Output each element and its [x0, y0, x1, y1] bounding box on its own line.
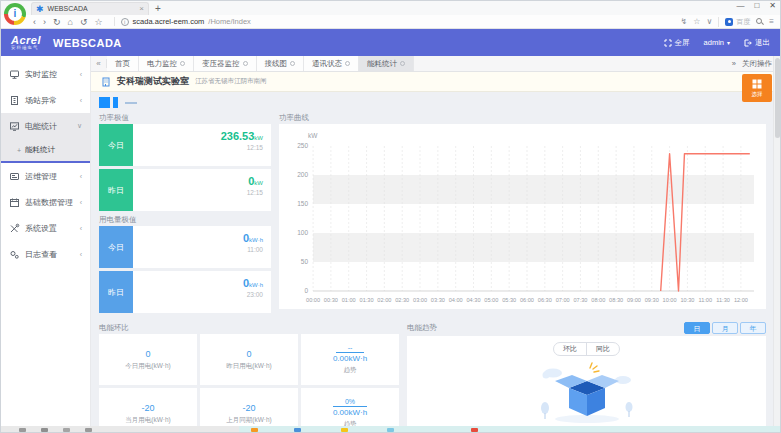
chevron-left-icon: ‹	[80, 173, 82, 180]
collapse-tabs-icon[interactable]: «	[91, 59, 107, 68]
back-icon[interactable]: ‹	[33, 17, 36, 27]
browser-tab[interactable]: ✱ WEBSCADA ×	[31, 2, 149, 15]
window-close-button[interactable]: ✕	[769, 1, 776, 10]
ratio-cell-today: 0 今日用电(kW·h)	[99, 334, 197, 385]
page-tab-bar: « 首页 电力监控 变压器监控 接线图 通讯状态 能耗统计 » 关闭操作	[91, 56, 780, 72]
dash-mark	[125, 102, 137, 104]
svg-text:kW: kW	[308, 132, 318, 139]
sidebar-item-log-view[interactable]: 日志查看‹	[1, 241, 90, 267]
search-icon[interactable]	[756, 18, 763, 25]
tab-comm-status[interactable]: 通讯状态	[304, 56, 359, 71]
svg-text:200: 200	[297, 171, 308, 178]
grid-icon	[752, 79, 762, 89]
window-minimize-button[interactable]: —	[736, 1, 744, 10]
blue-square-icon[interactable]	[99, 97, 110, 108]
energy-trend-title: 电能趋势	[407, 322, 437, 334]
power-extreme-yesterday-card: 昨日 0kW 12:15	[99, 169, 271, 211]
station-select-button[interactable]: 选择	[742, 74, 772, 102]
tab-wiring-diagram[interactable]: 接线图	[257, 56, 305, 71]
tab-close-icon[interactable]	[180, 61, 185, 66]
download-bolt-icon[interactable]: ↯	[681, 17, 688, 26]
range-month-button[interactable]: 月	[712, 322, 738, 334]
chevron-left-icon: ‹	[80, 199, 82, 206]
svg-text:04:30: 04:30	[467, 297, 481, 303]
tab-power-monitor[interactable]: 电力监控	[139, 56, 194, 71]
legend-year-ratio[interactable]: 同比	[586, 343, 619, 355]
user-menu[interactable]: admin▾	[704, 38, 730, 47]
search-box[interactable]: 百度	[718, 17, 750, 27]
window-maximize-button[interactable]: □	[754, 1, 759, 10]
legend-ring-ratio[interactable]: 环比	[554, 343, 586, 355]
range-day-button[interactable]: 日	[684, 322, 710, 334]
address-bar[interactable]: i scada.acrel-eem.com /Home/Index	[114, 17, 674, 26]
forward-icon[interactable]: ›	[43, 17, 46, 27]
logout-button[interactable]: 退出	[744, 38, 770, 48]
sidebar-subitem-energy-consumption[interactable]: + 能耗统计	[1, 139, 90, 161]
new-tab-button[interactable]: +	[155, 3, 161, 14]
svg-text:08:30: 08:30	[609, 297, 623, 303]
browser-logo-icon[interactable]: i	[4, 3, 26, 25]
tab-close-icon[interactable]	[345, 61, 350, 66]
taskbar-icon	[341, 428, 348, 432]
fullscreen-button[interactable]: 全屏	[664, 38, 690, 48]
taskbar-icon	[471, 428, 478, 432]
home-icon[interactable]: ⌂	[68, 17, 73, 27]
blue-bar-icon[interactable]	[113, 97, 118, 108]
svg-text:04:00: 04:00	[449, 297, 463, 303]
expand-tabs-icon[interactable]: »	[732, 59, 736, 68]
tab-close-icon[interactable]	[243, 61, 248, 66]
chart-icon	[9, 121, 20, 132]
taskbar-icon	[251, 428, 258, 432]
sidebar-item-energy-statistics[interactable]: 电能统计∨	[1, 113, 90, 139]
browser-menu-icon[interactable]: ≡	[769, 17, 774, 26]
tab-energy-statistics[interactable]: 能耗统计	[359, 56, 414, 71]
dropdown-caret-icon[interactable]: ∨	[706, 17, 712, 26]
chevron-left-icon: ‹	[80, 71, 82, 78]
tab-close-icon[interactable]: ×	[139, 4, 144, 13]
energy-today-time: 11:00	[133, 246, 263, 253]
sidebar-item-system-settings[interactable]: 系统设置‹	[1, 215, 90, 241]
browser-nav-bar: ‹ › ↻ ⌂ ↺ ☆ i scada.acrel-eem.com /Home/…	[1, 15, 780, 29]
energy-yesterday-time: 23:00	[133, 291, 263, 298]
energy-trend-section: 电能趋势 日 月 年 环比 同比	[407, 322, 766, 426]
trend-legend[interactable]: 环比 同比	[553, 342, 620, 356]
svg-text:01:30: 01:30	[360, 297, 374, 303]
tab-close-icon[interactable]	[290, 61, 295, 66]
power-today-value: 236.53	[221, 130, 255, 142]
tab-transformer-monitor[interactable]: 变压器监控	[194, 56, 257, 71]
tab-home[interactable]: 首页	[107, 56, 139, 71]
page-scrollbar[interactable]	[773, 56, 780, 426]
scrollbar-thumb[interactable]	[775, 58, 780, 138]
energy-extreme-today-card: 今日 0kW·h 11:00	[99, 226, 271, 268]
svg-text:100: 100	[297, 229, 308, 236]
fullscreen-icon	[664, 39, 672, 47]
energy-unit: kW·h	[249, 282, 263, 288]
chevron-down-icon: ∨	[77, 122, 82, 130]
period-badge: 昨日	[99, 169, 133, 211]
sidebar-item-realtime-monitor[interactable]: 实时监控‹	[1, 61, 90, 87]
power-curve-title: 功率曲线	[279, 112, 766, 124]
tab-close-icon[interactable]	[400, 61, 405, 66]
taskbar-icon	[85, 428, 92, 432]
bookmark-star-icon[interactable]: ☆	[95, 17, 103, 27]
taskbar-right	[239, 426, 780, 433]
sidebar-item-basic-data[interactable]: 基础数据管理‹	[1, 189, 90, 215]
close-operations-button[interactable]: 关闭操作	[742, 59, 772, 69]
app-header: Acrel 安科瑞电气 WEBSCADA 全屏 admin▾ 退出	[1, 29, 780, 56]
brand-subtitle: 安科瑞电气	[11, 45, 41, 50]
energy-unit: kW·h	[249, 237, 263, 243]
restore-icon[interactable]: ↺	[80, 17, 88, 27]
range-year-button[interactable]: 年	[740, 322, 766, 334]
sidebar-item-station-abnormal[interactable]: 场站异常‹	[1, 87, 90, 113]
power-yesterday-time: 12:15	[133, 189, 263, 196]
svg-text:06:30: 06:30	[538, 297, 552, 303]
brand-logo: Acrel 安科瑞电气 WEBSCADA	[11, 35, 122, 50]
favorite-star-icon[interactable]: ☆	[693, 17, 700, 26]
sidebar-item-operation-management[interactable]: 运维管理‹	[1, 163, 90, 189]
svg-text:02:30: 02:30	[395, 297, 409, 303]
refresh-icon[interactable]: ↻	[53, 17, 61, 27]
station-name[interactable]: 安科瑞测试实验室	[117, 75, 189, 88]
empty-state-illustration	[527, 358, 647, 426]
svg-text:07:00: 07:00	[556, 297, 570, 303]
site-info-icon[interactable]: i	[121, 18, 129, 26]
